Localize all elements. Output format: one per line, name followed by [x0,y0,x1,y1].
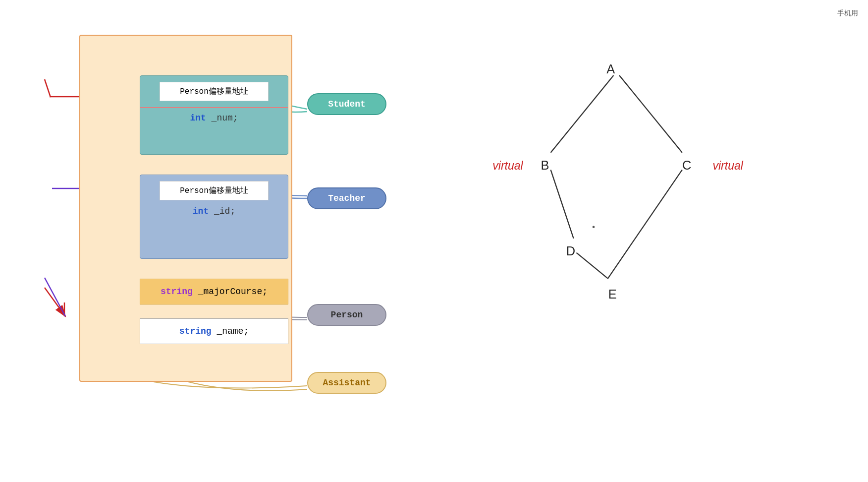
student-label-box: Person偏移量地址 [160,82,269,101]
node-d: D [566,244,575,258]
node-e: E [608,287,617,301]
string-keyword-name: string [179,326,212,336]
top-right-label: 手机用 [837,9,858,18]
student-node: Student [307,93,386,115]
string-keyword-major: string [161,287,193,297]
virtual-label-right: virtual [712,159,743,172]
name-var: _name; [212,326,249,336]
id-var: _id; [214,206,235,216]
teacher-block: Person偏移量地址 int _id; [140,175,288,259]
major-course-box: string _majorCourse; [140,279,288,304]
num-var: _num; [212,113,238,123]
person-node: Person [307,304,386,326]
svg-line-12 [608,170,682,278]
node-a: A [606,62,615,76]
svg-line-7 [45,288,65,316]
outer-box: Person偏移量地址 int _num; Person偏移量地址 int _i… [79,35,292,382]
svg-line-10 [619,75,682,153]
svg-line-13 [576,253,607,279]
svg-line-4 [45,79,51,97]
teacher-label-box: Person偏移量地址 [160,181,269,200]
int-keyword: int [190,113,206,123]
int-keyword-2: int [193,206,209,216]
page-container: 手机用 [0,0,868,482]
tree-svg: A B C D E virtual virtual [471,50,768,347]
student-divider [140,107,288,108]
right-diagram: A B C D E virtual virtual [471,50,817,397]
teacher-code-line: int _id; [140,206,288,216]
svg-line-9 [551,75,614,153]
svg-point-14 [593,226,595,228]
teacher-node: Teacher [307,187,386,209]
name-box: string _name; [140,318,288,344]
svg-line-8 [45,278,65,316]
student-block: Person偏移量地址 int _num; [140,75,288,155]
left-diagram: Person偏移量地址 int _num; Person偏移量地址 int _i… [40,20,416,446]
virtual-label-left: virtual [492,159,523,172]
student-code-line: int _num; [140,113,288,123]
assistant-node: Assistant [307,372,386,394]
svg-line-11 [551,170,574,238]
major-var: _majorCourse; [193,287,268,297]
node-c: C [682,158,691,172]
node-b: B [541,158,549,172]
